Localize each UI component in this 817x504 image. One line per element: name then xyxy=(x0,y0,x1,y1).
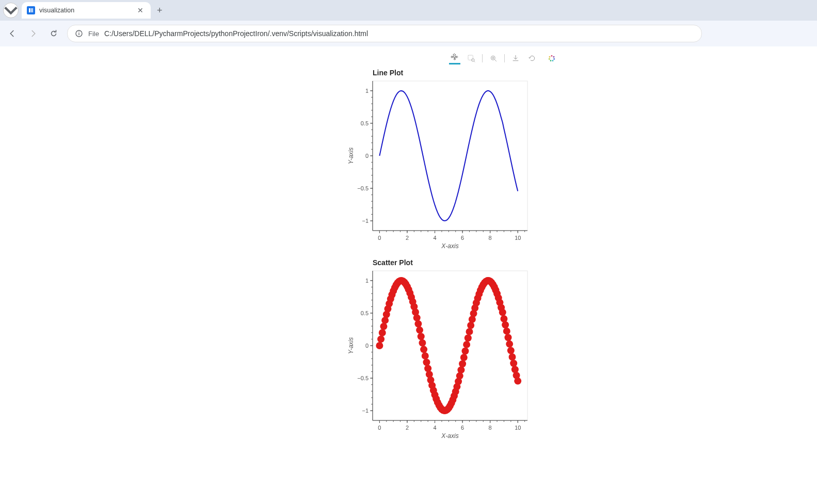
svg-rect-20 xyxy=(373,81,527,231)
svg-text:0: 0 xyxy=(378,425,381,431)
bokeh-logo-icon[interactable] xyxy=(546,53,557,64)
svg-point-19 xyxy=(549,56,551,57)
tab-title: visualization xyxy=(39,7,131,14)
reload-button[interactable] xyxy=(46,26,61,41)
svg-point-254 xyxy=(503,328,510,335)
svg-line-12 xyxy=(495,59,496,61)
svg-text:1: 1 xyxy=(365,88,369,94)
toolbar-separator xyxy=(482,54,483,62)
svg-text:2: 2 xyxy=(406,425,409,431)
svg-point-190 xyxy=(414,320,422,328)
pan-tool[interactable] xyxy=(449,52,460,64)
nav-bar: File C:/Users/DELL/PycharmProjects/pytho… xyxy=(0,21,817,46)
svg-point-164 xyxy=(379,329,386,336)
svg-text:Y-axis: Y-axis xyxy=(347,337,355,354)
svg-point-222 xyxy=(459,360,466,367)
file-badge: File xyxy=(88,30,99,38)
svg-rect-0 xyxy=(29,8,30,12)
svg-text:−0.5: −0.5 xyxy=(357,185,369,191)
svg-point-193 xyxy=(419,339,426,347)
save-tool[interactable] xyxy=(510,53,521,64)
svg-point-17 xyxy=(550,60,552,61)
site-info-icon[interactable] xyxy=(75,29,83,38)
svg-text:0.5: 0.5 xyxy=(361,310,369,316)
svg-rect-2 xyxy=(33,8,34,12)
svg-point-228 xyxy=(467,322,474,329)
svg-point-192 xyxy=(418,333,425,340)
tab-strip: visualization ✕ + xyxy=(0,0,817,21)
svg-point-259 xyxy=(510,360,517,367)
svg-point-253 xyxy=(502,321,509,329)
tab-close-button[interactable]: ✕ xyxy=(135,5,146,15)
svg-point-226 xyxy=(464,334,472,342)
svg-point-256 xyxy=(506,340,513,348)
svg-point-227 xyxy=(466,328,473,335)
svg-text:−1: −1 xyxy=(362,218,369,224)
svg-point-15 xyxy=(553,58,555,59)
svg-point-18 xyxy=(549,58,550,59)
svg-point-162 xyxy=(376,342,383,349)
svg-point-224 xyxy=(461,347,469,354)
svg-text:10: 10 xyxy=(515,235,521,241)
box-zoom-tool[interactable] xyxy=(466,53,477,64)
svg-point-223 xyxy=(460,354,468,361)
reset-tool[interactable] xyxy=(526,53,538,64)
svg-text:1: 1 xyxy=(365,278,369,284)
svg-text:4: 4 xyxy=(433,425,436,431)
wheel-zoom-tool[interactable] xyxy=(488,53,499,64)
svg-text:0: 0 xyxy=(365,153,369,159)
svg-point-163 xyxy=(377,335,385,343)
svg-point-16 xyxy=(552,60,554,61)
svg-text:0: 0 xyxy=(365,343,369,349)
svg-rect-1 xyxy=(31,8,32,12)
toolbar-separator xyxy=(504,54,505,62)
svg-text:0.5: 0.5 xyxy=(361,120,369,126)
svg-point-257 xyxy=(507,347,515,354)
svg-point-14 xyxy=(553,56,555,57)
line-plot-canvas[interactable]: −1−0.500.510246810X-axisY-axis xyxy=(346,78,532,253)
forward-button[interactable] xyxy=(26,26,40,41)
tab-search-button[interactable] xyxy=(3,3,19,18)
new-tab-button[interactable]: + xyxy=(154,5,166,16)
svg-text:X-axis: X-axis xyxy=(441,242,458,250)
bokeh-toolbar xyxy=(346,51,817,67)
svg-point-251 xyxy=(499,309,506,316)
browser-chrome: visualization ✕ + File C:/Users/DELL/Pyc… xyxy=(0,0,817,46)
svg-point-255 xyxy=(505,334,512,341)
svg-text:6: 6 xyxy=(461,425,464,431)
svg-point-189 xyxy=(413,314,421,321)
browser-tab[interactable]: visualization ✕ xyxy=(22,2,151,19)
svg-text:6: 6 xyxy=(461,235,464,241)
bokeh-favicon xyxy=(27,6,35,14)
back-button[interactable] xyxy=(5,26,20,41)
svg-text:0: 0 xyxy=(378,235,381,241)
plot-title: Scatter Plot xyxy=(346,256,817,268)
svg-text:10: 10 xyxy=(515,425,521,431)
svg-rect-4 xyxy=(78,33,79,36)
svg-text:2: 2 xyxy=(406,235,409,241)
svg-text:Y-axis: Y-axis xyxy=(347,148,355,164)
page-content: Line Plot −1−0.500.510246810X-axisY-axis… xyxy=(0,46,817,467)
svg-point-165 xyxy=(380,323,387,330)
plot-column: Line Plot −1−0.500.510246810X-axisY-axis… xyxy=(346,51,817,443)
svg-text:X-axis: X-axis xyxy=(441,432,458,440)
svg-line-8 xyxy=(474,61,475,62)
svg-rect-6 xyxy=(468,55,473,60)
svg-rect-5 xyxy=(78,31,79,32)
svg-point-197 xyxy=(424,365,431,372)
svg-point-194 xyxy=(420,346,427,353)
scatter-plot-canvas[interactable]: −1−0.500.510246810X-axisY-axis xyxy=(346,268,532,443)
svg-text:4: 4 xyxy=(433,235,436,241)
svg-point-195 xyxy=(422,352,429,360)
url-text: C:/Users/DELL/PycharmProjects/pythonProj… xyxy=(104,29,368,38)
line-plot: Line Plot −1−0.500.510246810X-axisY-axis xyxy=(346,67,817,253)
svg-point-13 xyxy=(551,55,553,56)
svg-point-258 xyxy=(509,353,516,361)
svg-point-191 xyxy=(416,327,423,334)
address-bar[interactable]: File C:/Users/DELL/PycharmProjects/pytho… xyxy=(67,25,702,42)
svg-text:8: 8 xyxy=(489,425,492,431)
svg-point-252 xyxy=(500,315,507,322)
plot-title: Line Plot xyxy=(346,67,817,78)
scatter-plot: Scatter Plot −1−0.500.510246810X-axisY-a… xyxy=(346,256,817,443)
svg-point-7 xyxy=(472,58,474,61)
